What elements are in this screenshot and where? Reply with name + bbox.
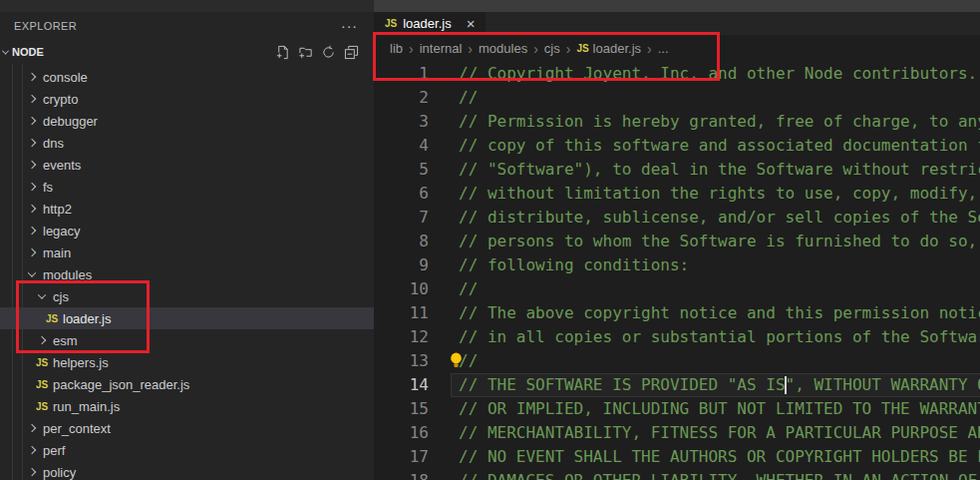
tree-item-main[interactable]: main — [0, 241, 374, 263]
tree-item-legacy[interactable]: legacy — [0, 220, 374, 241]
tree-item-fs[interactable]: fs — [0, 176, 374, 198]
new-folder-icon[interactable] — [297, 44, 314, 61]
code-line-14[interactable]: 14// THE SOFTWARE IS PROVIDED "AS IS", W… — [374, 373, 980, 397]
code-line-7[interactable]: 7// distribute, sublicense, and/or sell … — [374, 206, 980, 230]
tree-item-label: console — [43, 70, 88, 85]
tree-item-label: modules — [43, 267, 92, 282]
breadcrumb-label: cjs — [544, 41, 560, 56]
breadcrumb-item--[interactable]: ... — [658, 41, 669, 56]
tree-item-helpers-js[interactable]: JShelpers.js — [0, 351, 374, 373]
chevron-right-icon — [28, 117, 36, 125]
line-number: 2 — [374, 86, 429, 110]
tree-item-label: loader.js — [63, 311, 111, 326]
code-line-15[interactable]: 15// OR IMPLIED, INCLUDING BUT NOT LIMIT… — [374, 397, 980, 421]
code-line-10[interactable]: 10// — [374, 277, 980, 301]
tree-item-modules[interactable]: modules — [0, 263, 374, 285]
breadcrumb-separator-icon: › — [647, 41, 652, 57]
tree-item-run-main-js[interactable]: JSrun_main.js — [0, 395, 374, 417]
tree-item-dns[interactable]: dns — [0, 132, 374, 154]
tree-item-crypto[interactable]: crypto — [0, 88, 374, 110]
code-line-2[interactable]: 2// — [374, 86, 980, 110]
node-section-title: NODE — [12, 46, 44, 58]
tree-item-http2[interactable]: http2 — [0, 198, 374, 220]
breadcrumb-separator-icon: › — [468, 41, 473, 57]
tab-loader-js[interactable]: JS loader.js × — [374, 12, 486, 35]
line-number: 7 — [374, 206, 429, 230]
code-line-5[interactable]: 5// "Software"), to deal in the Software… — [374, 158, 980, 182]
tree-item-label: legacy — [43, 224, 81, 239]
refresh-icon[interactable] — [320, 44, 337, 61]
line-text: // — [451, 277, 980, 301]
chevron-right-icon — [28, 95, 36, 103]
chevron-right-icon — [28, 446, 36, 454]
tree-item-per-context[interactable]: per_context — [0, 417, 374, 439]
new-file-icon[interactable] — [274, 44, 291, 61]
line-text: // copy of this software and associated … — [451, 134, 980, 158]
line-number: 11 — [374, 301, 429, 325]
tree-item-label: policy — [43, 465, 76, 480]
line-text: // OR IMPLIED, INCLUDING BUT NOT LIMITED… — [451, 397, 980, 421]
breadcrumb-label: loader.js — [593, 41, 641, 56]
code-line-13[interactable]: 13// — [374, 349, 980, 373]
code-line-9[interactable]: 9// following conditions: — [374, 253, 980, 277]
breadcrumb-item-modules[interactable]: modules — [479, 41, 527, 56]
breadcrumb-item-lib[interactable]: lib — [390, 41, 403, 56]
chevron-right-icon — [28, 139, 36, 147]
line-number: 15 — [374, 397, 429, 421]
breadcrumb: lib›internal›modules›cjs›JSloader.js›... — [374, 35, 980, 62]
lightbulb-icon[interactable] — [448, 351, 465, 369]
code-line-11[interactable]: 11// The above copyright notice and this… — [374, 301, 980, 325]
line-number: 10 — [374, 277, 429, 301]
top-strip-right — [374, 0, 980, 12]
tree-item-policy[interactable]: policy — [0, 461, 374, 480]
tree-item-loader-js[interactable]: JSloader.js — [0, 307, 374, 329]
collapse-all-icon[interactable] — [343, 44, 360, 61]
breadcrumb-item-loader-js[interactable]: JSloader.js — [576, 41, 641, 56]
tree-item-console[interactable]: console — [0, 66, 374, 88]
code-line-16[interactable]: 16// MERCHANTABILITY, FITNESS FOR A PART… — [374, 421, 980, 445]
tree-item-perf[interactable]: perf — [0, 439, 374, 461]
tree-item-cjs[interactable]: cjs — [0, 285, 374, 307]
tree-item-label: package_json_reader.js — [53, 377, 189, 392]
file-tree: consolecryptodebuggerdnseventsfshttp2leg… — [0, 64, 374, 480]
tree-item-package-json-reader-js[interactable]: JSpackage_json_reader.js — [0, 373, 374, 395]
tree-item-label: crypto — [43, 92, 78, 107]
line-text: // persons to whom the Software is furni… — [451, 230, 980, 253]
close-icon[interactable]: × — [467, 16, 476, 31]
line-number: 6 — [374, 182, 429, 206]
js-file-icon: JS — [385, 18, 397, 29]
line-number: 17 — [374, 445, 429, 469]
line-number: 9 — [374, 253, 429, 277]
tree-item-label: debugger — [43, 114, 98, 129]
chevron-right-icon — [28, 248, 36, 256]
node-section-header[interactable]: NODE — [0, 40, 374, 64]
breadcrumb-item-internal[interactable]: internal — [420, 41, 463, 56]
code-line-1[interactable]: 1// Copyright Joyent, Inc. and other Nod… — [374, 62, 980, 86]
window-top-strip — [0, 0, 980, 12]
code-line-18[interactable]: 18// DAMAGES OR OTHER LIABILITY, WHETHER… — [374, 469, 980, 480]
code-line-17[interactable]: 17// NO EVENT SHALL THE AUTHORS OR COPYR… — [374, 445, 980, 469]
tree-item-esm[interactable]: esm — [0, 329, 374, 351]
code-line-12[interactable]: 12// in all copies or substantial portio… — [374, 325, 980, 349]
tab-label: loader.js — [403, 16, 451, 31]
chevron-right-icon — [28, 424, 36, 432]
tree-item-debugger[interactable]: debugger — [0, 110, 374, 132]
js-file-icon: JS — [46, 313, 58, 324]
vscode-window: EXPLORER ··· NODE consolecryptodebuggerd… — [0, 0, 980, 480]
breadcrumb-item-cjs[interactable]: cjs — [544, 41, 560, 56]
tree-item-label: run_main.js — [53, 399, 120, 414]
line-number: 3 — [374, 110, 429, 134]
code-line-3[interactable]: 3// Permission is hereby granted, free o… — [374, 110, 980, 134]
more-actions-icon[interactable]: ··· — [341, 21, 358, 31]
tree-item-events[interactable]: events — [0, 154, 374, 176]
tree-item-label: events — [43, 158, 81, 173]
tree-item-label: per_context — [43, 421, 111, 436]
explorer-title: EXPLORER — [14, 20, 77, 32]
code-editor[interactable]: 1// Copyright Joyent, Inc. and other Nod… — [374, 62, 980, 480]
code-line-6[interactable]: 6// without limitation the rights to use… — [374, 182, 980, 206]
line-text: // NO EVENT SHALL THE AUTHORS OR COPYRIG… — [451, 445, 980, 469]
line-text: // without limitation the rights to use,… — [451, 182, 980, 206]
code-line-8[interactable]: 8// persons to whom the Software is furn… — [374, 230, 980, 253]
chevron-down-icon — [28, 268, 36, 276]
code-line-4[interactable]: 4// copy of this software and associated… — [374, 134, 980, 158]
